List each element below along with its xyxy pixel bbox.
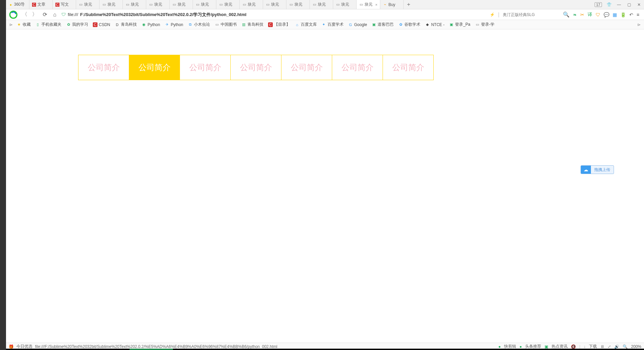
browser-tab[interactable]: ▭块元: [310, 0, 333, 9]
browser-tab[interactable]: ▭块元: [123, 0, 146, 9]
browser-tab[interactable]: C文章: [29, 0, 53, 9]
guard-icon[interactable]: 🛡: [596, 12, 600, 17]
undo-icon[interactable]: ↶: [629, 12, 633, 17]
bookmark-item[interactable]: ▥青岛科技: [241, 22, 263, 27]
tab-label: 块元: [224, 2, 232, 7]
browser-tab[interactable]: ▭块元: [193, 0, 216, 9]
message-icon[interactable]: 💬: [604, 12, 609, 17]
back-button[interactable]: 〈: [21, 11, 28, 18]
bookmark-label: CSDN: [99, 22, 110, 27]
home-button[interactable]: ⌂: [51, 11, 58, 18]
browser-tab[interactable]: C写文: [53, 0, 76, 9]
status-sep: |: [579, 344, 580, 349]
nav-item[interactable]: 公司简介: [230, 55, 281, 80]
rewen-icon[interactable]: ▣: [545, 344, 548, 349]
bookmark-item[interactable]: ▣道客巴巴: [372, 22, 394, 27]
browser-tab[interactable]: ▭块元: [76, 0, 99, 9]
tab-favicon-icon: ▭: [312, 3, 316, 7]
flash-icon[interactable]: ⚡: [490, 12, 495, 17]
bookmark-item[interactable]: C【目录】: [268, 22, 290, 27]
nav-item[interactable]: 公司简介: [78, 55, 129, 80]
gift-icon[interactable]: 🎁: [9, 344, 14, 349]
bookmark-item[interactable]: ⧉小木虫论: [188, 22, 210, 27]
speaker-icon[interactable]: 🔊: [614, 344, 619, 349]
bookmark-item[interactable]: ▣登录_Pa: [449, 22, 470, 27]
browser-tab[interactable]: ⌁Buy: [380, 0, 404, 9]
browser-tab[interactable]: ▭块元: [286, 0, 310, 9]
tab-close-icon[interactable]: ×: [375, 3, 377, 7]
search-input[interactable]: [503, 11, 560, 18]
bookmark-item[interactable]: GGoogle: [348, 22, 367, 27]
minimize-button[interactable]: ―: [614, 0, 624, 9]
browser-tab[interactable]: ▭块元: [99, 0, 123, 9]
browser-tab[interactable]: ▭块元: [170, 0, 193, 9]
nav-item[interactable]: 公司简介: [281, 55, 332, 80]
kuaijianji-icon[interactable]: ●: [498, 344, 501, 349]
browser-tab[interactable]: ▭块元: [240, 0, 263, 9]
bookmark-item[interactable]: ✈Python: [165, 22, 183, 27]
browser-tab[interactable]: ▭块元: [333, 0, 357, 9]
bookmark-item[interactable]: ▯手机收藏夹: [35, 22, 61, 27]
bookmark-label: 谷歌学术: [404, 22, 420, 27]
restore-button[interactable]: ▢: [624, 0, 634, 9]
close-window-button[interactable]: ✕: [634, 0, 644, 9]
zoom-level[interactable]: 200%: [631, 344, 641, 349]
forward-button[interactable]: 〉: [31, 11, 38, 18]
toutiao-icon[interactable]: ●: [519, 344, 522, 349]
download-icon[interactable]: ↓: [584, 344, 586, 349]
tab-count-badge[interactable]: 17: [595, 2, 602, 7]
tab-label: 360导: [14, 2, 25, 7]
browser-tab[interactable]: ▭块元: [146, 0, 170, 9]
bookmarks-scroll-left[interactable]: ⊳: [9, 22, 13, 27]
bookmark-item[interactable]: CCSDN: [93, 22, 110, 27]
browser-tab[interactable]: ●360导: [6, 0, 29, 9]
bookmarks-scroll-right[interactable]: ⊳: [637, 22, 641, 27]
browser-tab[interactable]: ▭块元: [263, 0, 286, 9]
nav-item[interactable]: 公司简介: [332, 55, 383, 80]
bookmark-favicon-icon: ▭: [215, 22, 219, 27]
tab-favicon-icon: ▭: [126, 3, 130, 7]
bookmark-item[interactable]: D青岛科技: [115, 22, 137, 27]
status-url: file:///F:/Sublime%20Text%2032bit/Sublim…: [35, 344, 277, 349]
battery-icon[interactable]: 🔋: [620, 12, 626, 17]
bookmark-label: 中国图书: [221, 22, 237, 27]
nav-item[interactable]: 公司简介: [383, 55, 434, 80]
bookmark-item[interactable]: ▭登录-学: [475, 22, 494, 27]
drag-upload-label: 拖拽上传: [591, 167, 614, 173]
reload-button[interactable]: ⟳: [41, 11, 48, 18]
bookmark-favicon-icon: ⧉: [188, 22, 193, 27]
bookmark-item[interactable]: ▭中国图书: [215, 22, 237, 27]
new-tab-button[interactable]: ＋: [404, 0, 414, 9]
apps-icon[interactable]: ▦: [613, 12, 617, 17]
search-icon[interactable]: 🔍: [563, 11, 570, 18]
address-bar-row: 〈 〉 ⟳ ⌂ 🛡 file:///F:/Sublime%20Text%2032…: [6, 9, 644, 20]
bookmark-item[interactable]: ✦百度学术: [321, 22, 344, 27]
tab-favicon-icon: C: [32, 3, 36, 7]
drag-upload-widget[interactable]: ☁ 拖拽上传: [581, 165, 614, 174]
mute-icon[interactable]: 🔇: [571, 344, 576, 349]
bookmark-item[interactable]: ⌂百度文库: [295, 22, 317, 27]
pc-icon[interactable]: 🖥: [600, 344, 604, 349]
nav-item[interactable]: 公司简介: [129, 55, 180, 80]
browser-tab[interactable]: ▭块元×: [357, 0, 380, 9]
menu-icon[interactable]: ≡: [637, 12, 639, 17]
nav-item[interactable]: 公司简介: [180, 55, 231, 80]
bookmark-item[interactable]: ◆NTCE -: [425, 22, 444, 27]
bookmark-label: 【目录】: [274, 22, 290, 27]
browser-tab[interactable]: ▭块元: [216, 0, 240, 9]
bookmarks-bar: ⊳ ★收藏▯手机收藏夹✿我的学习CCSDND青岛科技◉Python✈Python…: [6, 20, 644, 29]
translate-icon[interactable]: 译: [588, 12, 592, 18]
tab-label: 块元: [294, 2, 302, 7]
leaf-icon[interactable]: ❧: [573, 12, 577, 17]
url-display[interactable]: 🛡 file:///F:/Sublime%20Text%2032bit/Subl…: [61, 12, 246, 18]
expand-icon[interactable]: ⤢: [608, 344, 611, 349]
zoom-icon[interactable]: 🔍: [623, 344, 628, 349]
browser-logo-icon[interactable]: [9, 10, 18, 19]
bookmark-item[interactable]: ★收藏: [17, 22, 31, 27]
bookmark-item[interactable]: ✿我的学习: [66, 22, 88, 27]
scissors-icon[interactable]: ✂: [580, 12, 584, 17]
skin-button[interactable]: 👕: [604, 0, 614, 9]
bookmark-favicon-icon: C: [268, 22, 273, 27]
bookmark-item[interactable]: ✿谷歌学术: [398, 22, 420, 27]
bookmark-item[interactable]: ◉Python: [142, 22, 160, 27]
